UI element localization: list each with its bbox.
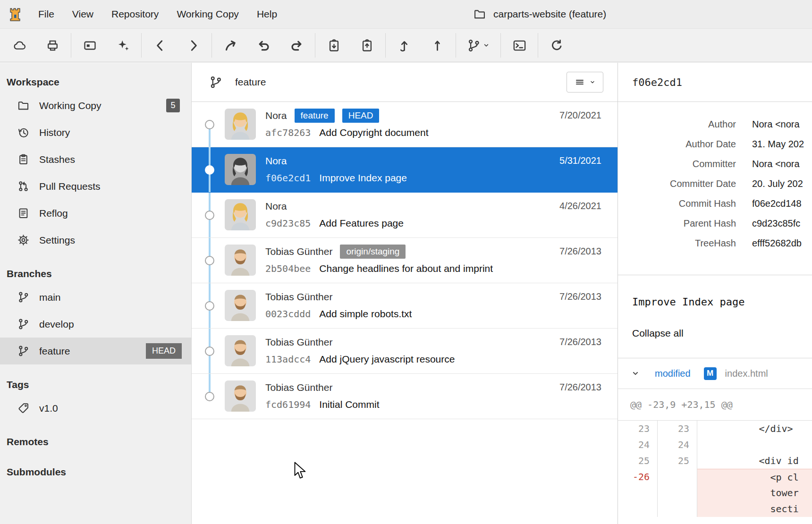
stash-save-button[interactable] (317, 32, 350, 59)
push-button[interactable] (421, 32, 454, 59)
branch-icon (17, 291, 39, 304)
pull-button[interactable] (388, 32, 421, 59)
commit-row[interactable]: Tobias Günther 0023cddd Add simple robot… (192, 283, 617, 329)
sidebar-item-history[interactable]: History (0, 119, 191, 146)
new-line-number: 23 (658, 421, 697, 437)
refresh-button[interactable] (540, 32, 573, 59)
history-icon (17, 126, 39, 139)
commit-row[interactable]: Nora feature HEAD afc78263 Add Copyright… (192, 102, 617, 147)
commit-row[interactable]: Tobias Günther 113adcc4 Add jQuery javas… (192, 329, 617, 374)
branch-icon (209, 75, 223, 89)
sidebar-item-label: History (39, 127, 70, 138)
sidebar-item-working-copy[interactable]: Working Copy 5 (0, 92, 191, 119)
commit-details-panel: f06e2cd1 AuthorNora <nora Author Date31.… (617, 63, 812, 524)
field-value: 31. May 202 (752, 139, 804, 150)
undo-button[interactable] (247, 32, 280, 59)
old-line-number: 24 (618, 437, 658, 453)
diff-line: 25 25 <div id (618, 453, 812, 469)
workspace-section-header: Workspace (0, 72, 191, 92)
commit-message: Add simple robots.txt (319, 308, 412, 320)
toolbar-separator (315, 33, 315, 58)
changed-file-row[interactable]: modified M index.html (618, 358, 812, 389)
archive-button[interactable] (73, 32, 106, 59)
toolbar-separator (385, 33, 386, 58)
field-value: efff52682db (752, 238, 802, 249)
sidebar-tag-v10[interactable]: v1.0 (0, 395, 191, 422)
commit-row[interactable]: Tobias Günther fcd61994 Initial Commit 7… (192, 374, 617, 419)
diff-code: tower (697, 485, 812, 501)
sidebar-branch-main[interactable]: main (0, 284, 191, 311)
pull-request-icon (17, 180, 39, 193)
commit-graph (192, 238, 224, 283)
commit-hash: afc78263 (265, 127, 311, 138)
menu-working-copy[interactable]: Working Copy (168, 0, 248, 28)
tag-icon (17, 402, 39, 414)
commit-author: Nora (265, 201, 287, 212)
reflog-icon (17, 207, 39, 220)
commit-author: Tobias Günther (265, 382, 332, 393)
commit-hash: c9d23c85 (265, 218, 311, 229)
old-line-number: -26 (618, 469, 658, 485)
commit-row[interactable]: Nora c9d23c85 Add Features page 4/26/202… (192, 193, 617, 238)
commit-graph (192, 193, 224, 237)
diff-code: <div id (697, 453, 812, 469)
commit-graph (192, 329, 224, 373)
sidebar-item-stashes[interactable]: Stashes (0, 146, 191, 173)
redo-button[interactable] (280, 32, 313, 59)
commit-hash: fcd61994 (265, 399, 311, 410)
field-value: Nora <nora (752, 119, 800, 130)
arrow-up-right-button[interactable] (214, 32, 247, 59)
field-value: c9d23c85fc (752, 218, 800, 229)
diff-code: <p cl (697, 469, 812, 485)
sidebar-item-reflog[interactable]: Reflog (0, 200, 191, 227)
menu-help[interactable]: Help (248, 0, 286, 28)
repo-title-label: carparts-website (feature) (493, 8, 606, 20)
chevron-down-icon[interactable] (630, 368, 641, 379)
commit-hash: f06e2cd1 (265, 172, 311, 184)
commit-hash: 0023cddd (265, 308, 311, 320)
history-panel: feature Nora feature HEAD afc78263 Add C… (192, 63, 617, 524)
menu-repository[interactable]: Repository (102, 0, 168, 28)
stash-apply-button[interactable] (350, 32, 383, 59)
collapse-all-link[interactable]: Collapse all (632, 328, 812, 339)
new-line-number (658, 501, 697, 517)
graph-node (205, 301, 214, 311)
tower-logo-icon[interactable] (7, 6, 24, 23)
avatar (225, 154, 256, 185)
forward-button[interactable] (177, 32, 210, 59)
current-branch-label: feature (235, 76, 266, 88)
diff-line: 24 24 (618, 437, 812, 453)
history-options-button[interactable] (567, 72, 603, 93)
commit-graph (192, 102, 224, 147)
sidebar-item-pull-requests[interactable]: Pull Requests (0, 173, 191, 200)
sidebar-branch-develop[interactable]: develop (0, 311, 191, 338)
sidebar-item-label: Working Copy (39, 100, 102, 111)
commit-author: Nora (265, 155, 287, 167)
sidebar-branch-feature[interactable]: feature HEAD (0, 338, 191, 364)
commit-row[interactable]: Tobias Günther origin/staging 2b504bee C… (192, 238, 617, 283)
sidebar-item-settings[interactable]: Settings (0, 227, 191, 254)
menu-view[interactable]: View (63, 0, 102, 28)
commit-date: 5/31/2021 (559, 155, 601, 166)
cloud-button[interactable] (3, 32, 36, 59)
branch-label: develop (39, 319, 74, 330)
submodules-section-header[interactable]: Submodules (0, 462, 191, 482)
commit-message: Change headlines for about and imprint (319, 263, 493, 274)
terminal-button[interactable] (503, 32, 536, 59)
diff-code: secti (697, 501, 812, 517)
old-line-number: 23 (618, 421, 658, 437)
printer-button[interactable] (36, 32, 69, 59)
commit-row-selected[interactable]: Nora f06e2cd1 Improve Index page 5/31/20… (192, 147, 617, 193)
remotes-section-header[interactable]: Remotes (0, 432, 191, 452)
graph-node (205, 392, 214, 401)
field-label: Committer (618, 159, 736, 169)
menu-file[interactable]: File (29, 0, 63, 28)
sparkles-button[interactable] (106, 32, 139, 59)
branch-actions-button[interactable] (458, 38, 499, 53)
head-badge: HEAD (342, 109, 380, 123)
toolbar-separator (538, 33, 538, 58)
back-button[interactable] (144, 32, 177, 59)
toolbar-separator (500, 33, 501, 58)
commit-message-full: Improve Index page (632, 296, 812, 308)
new-line-number (658, 485, 697, 501)
